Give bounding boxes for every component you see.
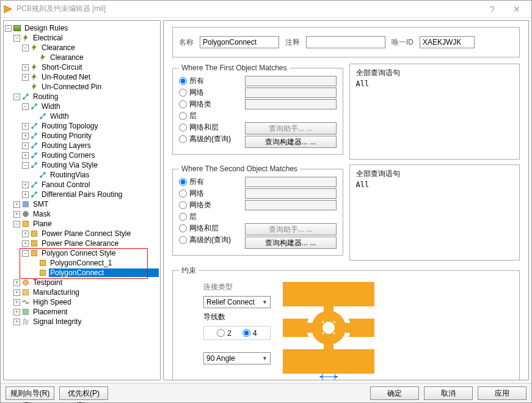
tree-routing-via-style[interactable]: Routing Via Style xyxy=(40,161,99,169)
tree-high-speed[interactable]: High Speed xyxy=(32,298,73,306)
routing-icon xyxy=(30,122,38,130)
expand-icon[interactable]: + xyxy=(13,211,20,218)
expand-icon[interactable]: + xyxy=(13,309,20,316)
collapse-icon[interactable]: − xyxy=(22,103,29,110)
radio-all[interactable]: 所有 xyxy=(179,76,231,86)
expand-icon[interactable]: + xyxy=(22,231,29,237)
conductors-label: 导线数 xyxy=(203,312,271,322)
rule-wizard-button[interactable]: 规则向导(R) (R)... xyxy=(5,386,54,400)
tree-electrical[interactable]: Electrical xyxy=(32,34,64,42)
help-button[interactable]: ? xyxy=(480,1,505,18)
tree-routing-corners[interactable]: Routing Corners xyxy=(40,151,96,160)
tree-short-circuit[interactable]: Short-Circuit xyxy=(40,63,84,72)
tree-routing-priority[interactable]: Routing Priority xyxy=(40,131,93,140)
expand-icon[interactable]: + xyxy=(13,319,20,325)
expand-icon[interactable]: + xyxy=(22,182,29,188)
expand-icon[interactable]: + xyxy=(22,133,29,139)
radio2-all[interactable]: 所有 xyxy=(179,177,231,187)
tree-power-plane-clearance[interactable]: Power Plane Clearance xyxy=(40,239,120,248)
tree-clearance[interactable]: Clearance xyxy=(40,43,76,52)
expand-icon[interactable]: + xyxy=(22,74,29,81)
collapse-icon[interactable]: − xyxy=(13,35,20,42)
collapse-icon[interactable]: − xyxy=(13,221,20,227)
tree-root[interactable]: Design Rules xyxy=(23,24,69,32)
tree-power-plane-connect[interactable]: Power Plane Connect Style xyxy=(40,229,132,238)
match1-combo2[interactable] xyxy=(245,87,337,98)
connect-type-select[interactable]: Relief Connect▼ xyxy=(203,296,271,308)
titlebar: PCB规则及约束编辑器 [mil] ? ✕ xyxy=(1,1,531,18)
radio-advanced[interactable]: 高级的(查询) xyxy=(179,134,231,144)
routing-icon xyxy=(30,141,38,150)
query-builder-button[interactable]: 查询构建器... ... xyxy=(245,136,337,148)
name-input[interactable] xyxy=(200,36,279,48)
radio2-net-and-layer[interactable]: 网络和层 xyxy=(179,223,231,234)
tree-placement[interactable]: Placement xyxy=(32,308,69,316)
radio-net-and-layer[interactable]: 网络和层 xyxy=(179,122,231,133)
tree-routing-layers[interactable]: Routing Layers xyxy=(40,141,92,150)
match2-combo2[interactable] xyxy=(245,188,337,199)
expand-icon[interactable]: + xyxy=(22,191,29,198)
expand-icon[interactable]: + xyxy=(22,123,29,130)
conductors-4[interactable]: 4 xyxy=(242,328,257,338)
expand-icon[interactable]: + xyxy=(22,64,29,71)
radio2-net-class[interactable]: 网络类 xyxy=(179,200,231,210)
id-input[interactable] xyxy=(420,36,475,48)
collapse-icon[interactable]: − xyxy=(13,94,20,100)
cancel-button[interactable]: 取消 xyxy=(424,386,473,400)
tree-manufacturing[interactable]: Manufacturing xyxy=(32,288,81,297)
match1-combo3[interactable] xyxy=(245,99,337,109)
tree-polygon-connect[interactable]: PolygonConnect xyxy=(49,268,159,277)
ok-button[interactable]: 确定 xyxy=(370,386,419,400)
radio2-advanced[interactable]: 高级的(查询) xyxy=(179,235,231,245)
expand-icon[interactable]: + xyxy=(22,142,29,149)
tree-plane[interactable]: Plane xyxy=(32,220,53,228)
routing-icon xyxy=(30,180,38,189)
collapse-icon[interactable]: − xyxy=(5,25,12,32)
collapse-icon[interactable]: − xyxy=(22,162,29,169)
collapse-icon[interactable]: − xyxy=(22,250,29,257)
tree-testpoint[interactable]: Testpoint xyxy=(32,278,64,287)
radio-net[interactable]: 网络 xyxy=(179,87,231,98)
apply-button[interactable]: 应用 xyxy=(478,386,527,400)
tree-smt[interactable]: SMT xyxy=(32,200,49,209)
priority-button[interactable]: 优先权(P) (P)... xyxy=(59,386,108,400)
tree-diff-pairs[interactable]: Differential Pairs Routing xyxy=(40,190,124,199)
expand-icon[interactable]: + xyxy=(13,279,20,286)
query-helper-button-2[interactable]: 查询助手... ... xyxy=(245,223,337,235)
expand-icon[interactable]: + xyxy=(13,289,20,296)
name-label: 名称 xyxy=(179,37,194,48)
tree-unrouted-net[interactable]: Un-Routed Net xyxy=(40,73,92,81)
radio-net-class[interactable]: 网络类 xyxy=(179,99,231,109)
tree-polygon-connect-style[interactable]: Polygon Connect Style xyxy=(40,249,117,257)
tree-signal-integrity[interactable]: Signal Integrity xyxy=(32,317,82,326)
query-builder-button-2[interactable]: 查询构建器... ... xyxy=(245,237,337,249)
match2-combo3[interactable] xyxy=(245,200,337,210)
expand-icon[interactable]: + xyxy=(22,152,29,159)
tree-unconnected-pin[interactable]: Un-Connected Pin xyxy=(40,83,103,91)
radio2-net[interactable]: 网络 xyxy=(179,188,231,199)
match2-combo1[interactable] xyxy=(245,177,337,187)
comment-input[interactable] xyxy=(306,36,385,48)
tree-routing-vias[interactable]: RoutingVias xyxy=(49,171,91,179)
close-button[interactable]: ✕ xyxy=(505,1,529,18)
expand-icon[interactable]: + xyxy=(13,299,20,306)
conductors-2[interactable]: 2 xyxy=(217,328,231,338)
angle-select[interactable]: 90 Angle▼ xyxy=(203,352,271,364)
tree-mask[interactable]: Mask xyxy=(32,210,52,218)
expand-icon[interactable]: + xyxy=(22,240,29,247)
radio2-layer[interactable]: 层 xyxy=(179,212,231,222)
tree-routing[interactable]: Routing xyxy=(32,92,59,101)
query-helper-button[interactable]: 查询助手... ... xyxy=(245,122,337,135)
tree-polygon-connect-1[interactable]: PolygonConnect_1 xyxy=(49,259,113,267)
tree-width-rule[interactable]: Width xyxy=(49,112,70,120)
tree-clearance-rule[interactable]: Clearance xyxy=(49,53,85,62)
tree-routing-topology[interactable]: Routing Topology xyxy=(40,122,100,130)
chevron-down-icon: ▼ xyxy=(262,299,268,305)
rule-tree[interactable]: −Design Rules −Electrical −Clearance Cle… xyxy=(3,20,161,380)
radio-layer[interactable]: 层 xyxy=(179,111,231,121)
match1-combo1[interactable] xyxy=(245,76,337,86)
collapse-icon[interactable]: − xyxy=(22,45,29,51)
tree-fanout-control[interactable]: Fanout Control xyxy=(40,180,91,189)
tree-width[interactable]: Width xyxy=(40,102,62,111)
expand-icon[interactable]: + xyxy=(13,201,20,208)
